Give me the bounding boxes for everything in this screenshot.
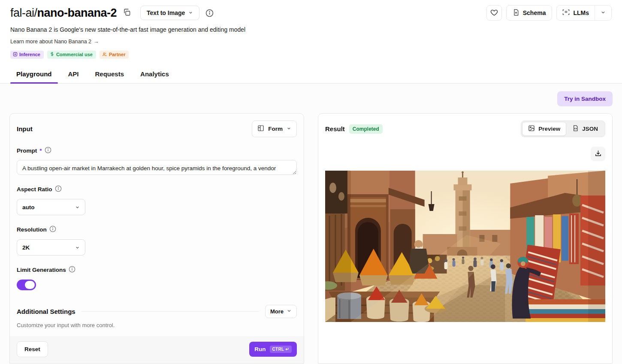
commercial-use-badge-label: Commercial use (56, 52, 93, 57)
more-settings-button[interactable]: More (265, 305, 297, 318)
partner-badge-label: Partner (109, 52, 126, 57)
schema-button[interactable]: Schema (506, 5, 553, 21)
llms-button-label: LLMs (573, 9, 589, 16)
model-description: Nano Banana 2 is Google's new state-of-t… (10, 26, 612, 33)
info-icon[interactable] (69, 266, 75, 274)
llms-split-button: LLMs (556, 5, 612, 21)
resolution-select[interactable]: 2K (17, 239, 85, 256)
copy-icon (123, 8, 131, 18)
input-panel-title: Input (17, 125, 33, 132)
llms-brackets-icon (562, 9, 570, 17)
chevron-down-icon (75, 245, 80, 250)
required-asterisk: * (39, 147, 42, 154)
commercial-use-badge: Commercial use (47, 51, 96, 59)
tab-api[interactable]: API (62, 66, 85, 83)
result-image[interactable] (325, 171, 605, 322)
limit-generations-toggle[interactable] (17, 280, 36, 290)
partner-badge: Partner (100, 51, 129, 59)
model-owner: fal-ai/ (10, 6, 37, 19)
input-footer: Reset Run CTRL ↵ (10, 336, 304, 363)
copy-model-id-button[interactable] (123, 8, 131, 18)
chevron-down-icon (287, 308, 292, 315)
json-code-icon (572, 125, 579, 133)
run-button-label: Run (254, 346, 266, 352)
aspect-ratio-label: Aspect Ratio (17, 186, 52, 193)
learn-more-label: Learn more about Nano Banana 2 (10, 39, 91, 45)
chevron-down-icon (287, 126, 291, 132)
arrow-right-icon: → (94, 39, 99, 45)
form-layout-icon (257, 125, 264, 133)
toggle-knob (25, 281, 35, 289)
partner-people-icon (102, 52, 107, 57)
dollar-icon (50, 51, 54, 57)
tab-playground[interactable]: Playground (10, 66, 58, 83)
learn-more-link[interactable]: Learn more about Nano Banana 2 → (10, 39, 99, 45)
preview-image-icon (528, 125, 535, 133)
model-info-icon[interactable] (205, 9, 214, 17)
additional-settings-title: Additional Settings (17, 308, 75, 315)
favorite-button[interactable] (486, 5, 502, 21)
aspect-ratio-select[interactable]: auto (17, 199, 85, 215)
preview-tab-label: Preview (538, 126, 560, 132)
aspect-ratio-value: auto (22, 204, 35, 211)
limit-generations-label: Limit Generations (17, 267, 66, 273)
prompt-label: Prompt (17, 147, 37, 154)
download-image-button[interactable] (591, 147, 605, 161)
input-view-mode-dropdown[interactable]: Form (252, 120, 297, 137)
category-label: Text to Image (147, 9, 185, 16)
heart-icon (490, 9, 498, 18)
schema-file-icon (513, 9, 519, 17)
divider (82, 311, 259, 312)
resolution-label: Resolution (17, 226, 47, 233)
json-tab-label: JSON (582, 126, 598, 132)
page-header: fal-ai/nano-banana-2 Text to Image (0, 0, 622, 59)
schema-button-label: Schema (523, 9, 546, 16)
model-name: nano-banana-2 (37, 6, 117, 19)
result-panel: Result Completed Preview JSON (318, 113, 613, 364)
info-icon[interactable] (45, 147, 51, 155)
download-icon (595, 150, 602, 158)
input-panel: Input Form Prompt* A bustling open-ai (9, 113, 304, 364)
info-icon[interactable] (55, 185, 62, 193)
chevron-down-icon (75, 205, 80, 210)
json-tab[interactable]: JSON (566, 122, 604, 136)
input-view-mode-label: Form (268, 126, 283, 132)
result-view-switcher: Preview JSON (521, 120, 605, 137)
status-badge: Completed (349, 124, 383, 134)
chevron-down-icon (601, 9, 606, 16)
playground-content: Try in Sandbox Input Form Prompt* (0, 84, 622, 364)
inference-badge: Inference (10, 51, 44, 59)
tab-analytics[interactable]: Analytics (134, 66, 175, 83)
model-tabs: Playground API Requests Analytics (0, 66, 622, 84)
chevron-down-icon (188, 9, 193, 16)
badge-row: Inference Commercial use Partner (10, 51, 612, 59)
llms-button[interactable]: LLMs (557, 6, 595, 20)
run-shortcut-badge: CTRL ↵ (270, 346, 292, 353)
try-in-sandbox-button[interactable]: Try in Sandbox (557, 91, 613, 106)
inference-badge-label: Inference (19, 52, 40, 57)
reset-button[interactable]: Reset (17, 341, 48, 357)
run-button[interactable]: Run CTRL ↵ (249, 342, 297, 357)
resolution-value: 2K (22, 244, 30, 251)
prompt-textarea[interactable]: A bustling open-air market in Marrakech … (17, 160, 297, 175)
inference-icon (13, 52, 18, 57)
llms-dropdown-button[interactable] (595, 6, 611, 20)
preview-tab[interactable]: Preview (522, 122, 566, 136)
info-icon[interactable] (49, 226, 56, 234)
tab-requests[interactable]: Requests (89, 66, 130, 83)
result-panel-title: Result (325, 125, 345, 132)
more-settings-label: More (270, 308, 284, 315)
category-dropdown[interactable]: Text to Image (140, 6, 199, 20)
page-title: fal-ai/nano-banana-2 (10, 6, 117, 20)
additional-settings-subtitle: Customize your input with more control. (17, 322, 297, 328)
